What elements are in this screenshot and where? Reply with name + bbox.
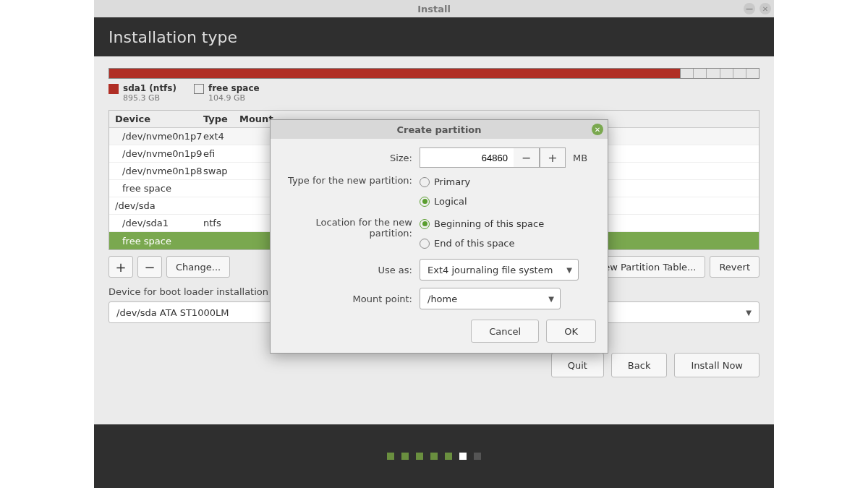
useas-value: Ext4 journaling file system — [427, 265, 553, 275]
useas-select[interactable]: Ext4 journaling file system ▼ — [420, 259, 579, 281]
dialog-title: Create partition — [396, 124, 481, 135]
installer-window: Install — ✕ Installation type sda1 (ntfs… — [94, 0, 774, 488]
type-label: Type for the new partition: — [282, 175, 420, 186]
size-increment-button[interactable]: + — [540, 147, 566, 168]
radio-icon — [420, 239, 430, 249]
radio-location-begin[interactable]: Beginning of this space — [420, 218, 596, 229]
radio-icon — [420, 219, 430, 229]
radio-label: Beginning of this space — [434, 218, 544, 229]
radio-icon — [420, 197, 430, 207]
dialog-close-icon[interactable]: ✕ — [592, 124, 603, 135]
size-decrement-button[interactable]: − — [514, 147, 540, 168]
cancel-button[interactable]: Cancel — [471, 320, 539, 343]
size-label: Size: — [282, 153, 420, 163]
radio-icon — [420, 177, 430, 187]
useas-label: Use as: — [282, 265, 420, 275]
mountpoint-select[interactable]: /home ▼ — [420, 288, 561, 309]
size-spinbox: − + — [420, 147, 566, 168]
radio-label: Logical — [434, 196, 467, 207]
radio-label: Primary — [434, 176, 470, 187]
chevron-down-icon: ▼ — [548, 295, 554, 303]
create-partition-dialog: Create partition ✕ Size: − + MB — [270, 119, 608, 354]
size-unit: MB — [573, 153, 587, 163]
radio-logical[interactable]: Logical — [420, 196, 596, 207]
ok-button[interactable]: OK — [546, 320, 596, 343]
size-input[interactable] — [420, 147, 514, 168]
chevron-down-icon: ▼ — [566, 266, 572, 274]
radio-label: End of this space — [434, 238, 515, 249]
modal-overlay: Create partition ✕ Size: − + MB — [94, 0, 774, 488]
mountpoint-label: Mount point: — [282, 294, 420, 304]
radio-primary[interactable]: Primary — [420, 176, 596, 187]
dialog-titlebar: Create partition ✕ — [271, 120, 608, 139]
radio-location-end[interactable]: End of this space — [420, 238, 596, 249]
mountpoint-value: /home — [427, 294, 457, 304]
location-label: Location for the new partition: — [282, 217, 420, 239]
